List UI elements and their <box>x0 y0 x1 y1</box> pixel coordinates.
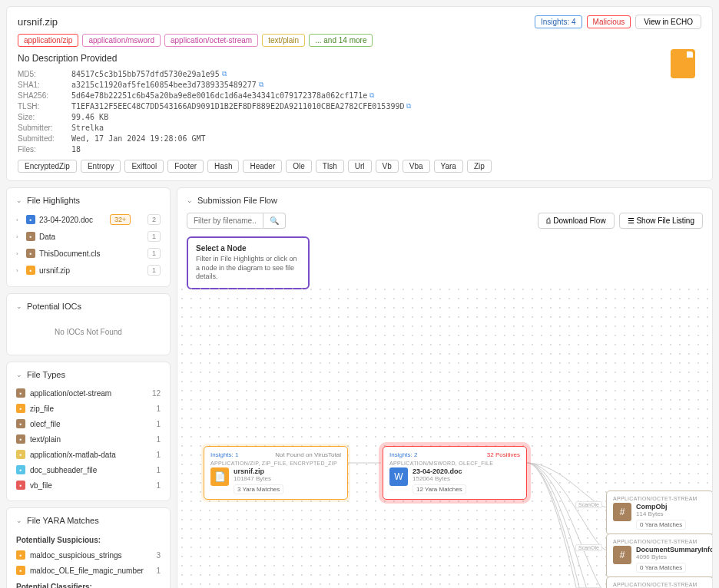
meta-label: Size: <box>18 113 71 121</box>
flow-node-doc[interactable]: Insights: 232 Positives APPLICATION/MSWO… <box>383 446 527 500</box>
filetype-item[interactable]: ▪zip_file1 <box>7 401 170 416</box>
yara-matches-header[interactable]: ⌄File YARA Matches <box>7 516 170 531</box>
tlsh-value: T1EFA312F5EEC48C7DD543166AD9091D1B2EF8DF… <box>71 102 404 111</box>
filetype-item[interactable]: ▪application/octet-stream12 <box>7 385 170 401</box>
meta-label: MD5: <box>18 70 71 78</box>
submitter-value: Strelka <box>71 124 104 132</box>
meta-label: SHA256: <box>18 91 71 100</box>
file-icon: ▪ <box>26 249 35 258</box>
chip-exiftool[interactable]: Exiftool <box>124 160 164 173</box>
flow-node-ursnif[interactable]: Insights: 1Not Found on VirusTotal APPLI… <box>204 446 348 500</box>
file-icon: ▪ <box>26 266 35 275</box>
chevron-down-icon: ⌄ <box>16 197 22 204</box>
chip-header[interactable]: Header <box>243 160 282 173</box>
file-icon: ▪ <box>16 434 25 444</box>
file-icon: ▪ <box>16 450 25 459</box>
filetype-item[interactable]: ▪doc_subheader_file1 <box>7 462 170 477</box>
flow-subnode[interactable]: APPLICATION/OCTET-STREAM#CompObj114 Byte… <box>606 491 713 535</box>
chip-footer[interactable]: Footer <box>167 160 204 173</box>
highlight-item[interactable]: ›▪ThisDocument.cls1 <box>7 245 170 262</box>
file-icon: ▪ <box>26 232 35 241</box>
highlight-item[interactable]: ›▪23-04-2020.doc32+2 <box>7 211 170 228</box>
mime-tag[interactable]: application/msword <box>82 34 161 47</box>
edge-label: ScanOle <box>575 501 602 508</box>
show-listing-button[interactable]: ☰ Show File Listing <box>619 213 703 229</box>
highlight-item[interactable]: ›▪ursnif.zip1 <box>7 262 170 279</box>
copy-icon[interactable]: ⧉ <box>222 70 227 78</box>
file-icon: ▪ <box>16 465 25 474</box>
meta-label: TLSH: <box>18 102 71 111</box>
filetype-item[interactable]: ▪vb_file1 <box>7 477 170 493</box>
filetype-item[interactable]: ▪olecf_file1 <box>7 416 170 431</box>
list-icon: ☰ <box>628 216 635 225</box>
flow-subnode[interactable]: APPLICATION/OCTET-STREAM#DocumentSummary… <box>606 533 713 578</box>
file-icon: ▪ <box>16 419 25 428</box>
flow-subnode[interactable]: APPLICATION/OCTET-STREAM#SummaryInformat… <box>606 576 713 588</box>
md5-value: 84517c5c3b15bb757dfd5730e29a1e95 <box>71 70 220 78</box>
mime-tag[interactable]: application/zip <box>18 34 78 47</box>
copy-icon[interactable]: ⧉ <box>369 91 374 100</box>
file-types-header[interactable]: ⌄File Types <box>7 370 170 385</box>
chevron-down-icon: ⌄ <box>16 302 22 310</box>
chip-vb[interactable]: Vb <box>376 160 399 173</box>
flow-header[interactable]: ⌄Submission File Flow <box>187 196 703 205</box>
file-highlights-header[interactable]: ⌄File Highlights <box>7 196 170 211</box>
chip-zip[interactable]: Zip <box>467 160 492 173</box>
yara-icon: ▪ <box>16 566 25 575</box>
chip-url[interactable]: Url <box>348 160 372 173</box>
chip-ole[interactable]: Ole <box>286 160 312 173</box>
chip-tlsh[interactable]: Tlsh <box>316 160 344 173</box>
hint-box: Select a Node Filter in File Highlights … <box>187 236 310 289</box>
yara-item[interactable]: ▪maldoc_OLE_file_magic_number1 <box>7 563 170 578</box>
stream-icon: # <box>613 546 631 564</box>
filetype-item[interactable]: ▪application/x-matlab-data1 <box>7 447 170 462</box>
copy-icon[interactable]: ⧉ <box>259 81 263 89</box>
download-flow-button[interactable]: ⎙ Download Flow <box>538 213 614 229</box>
chip-yara[interactable]: Yara <box>434 160 463 173</box>
meta-label: Submitter: <box>18 124 71 132</box>
files-value: 18 <box>71 145 81 154</box>
doc-icon: W <box>389 467 408 486</box>
file-icon: ▪ <box>26 215 35 224</box>
highlight-item[interactable]: ›▪Data1 <box>7 228 170 245</box>
mime-tag[interactable]: text/plain <box>262 34 305 47</box>
chip-vba[interactable]: Vba <box>403 160 430 173</box>
yara-item[interactable]: ▪maldoc_suspicious_strings3 <box>7 547 170 563</box>
search-button[interactable]: 🔍 <box>263 213 286 229</box>
view-echo-button[interactable]: View in ECHO <box>635 15 701 29</box>
search-icon: 🔍 <box>270 216 279 225</box>
submitted-value: Wed, 17 Jan 2024 19:28:06 GMT <box>71 134 206 143</box>
file-icon: ▪ <box>16 481 25 490</box>
chevron-right-icon: › <box>16 233 22 240</box>
meta-label: Submitted: <box>18 134 71 143</box>
potential-iocs-header[interactable]: ⌄Potential IOCs <box>7 302 170 317</box>
yara-icon: ▪ <box>16 550 25 560</box>
copy-icon[interactable]: ⧉ <box>406 102 411 111</box>
chevron-right-icon: › <box>16 250 22 257</box>
chevron-right-icon: › <box>16 267 22 274</box>
size-value: 99.46 KB <box>71 113 108 121</box>
chip-encryptedzip[interactable]: EncryptedZip <box>18 160 77 173</box>
malicious-badge: Malicious <box>587 15 631 28</box>
mime-tag[interactable]: application/octet-stream <box>164 34 258 47</box>
mime-more-tag[interactable]: ... and 14 more <box>309 34 373 47</box>
stream-icon: # <box>613 503 631 521</box>
insights-badge[interactable]: Insights: 4 <box>535 15 582 28</box>
sha1-value: a3215c11920af5fe160854bee3d7389335489277 <box>71 81 257 89</box>
download-icon: ⎙ <box>546 216 551 225</box>
file-icon: ▪ <box>16 404 25 413</box>
chevron-down-icon: ⌄ <box>16 517 22 524</box>
chip-hash[interactable]: Hash <box>207 160 239 173</box>
filter-input[interactable] <box>187 213 263 229</box>
meta-label: SHA1: <box>18 81 71 89</box>
iocs-empty: No IOCs Not Found <box>7 317 170 347</box>
sha256-value: 5d64e78b22251c6b45a20ba9e8e0016dc1d6a4e3… <box>71 91 367 100</box>
filetype-item[interactable]: ▪text/plain1 <box>7 431 170 447</box>
chevron-down-icon: ⌄ <box>16 371 22 378</box>
file-icon: ▪ <box>16 388 25 398</box>
chip-entropy[interactable]: Entropy <box>81 160 121 173</box>
yara-suspicious-header: Potentially Suspicious: <box>7 531 170 547</box>
yara-classifiers-header: Potential Classifiers: <box>7 578 170 588</box>
filename: ursnif.zip <box>18 16 58 28</box>
chevron-down-icon: ⌄ <box>187 197 193 204</box>
